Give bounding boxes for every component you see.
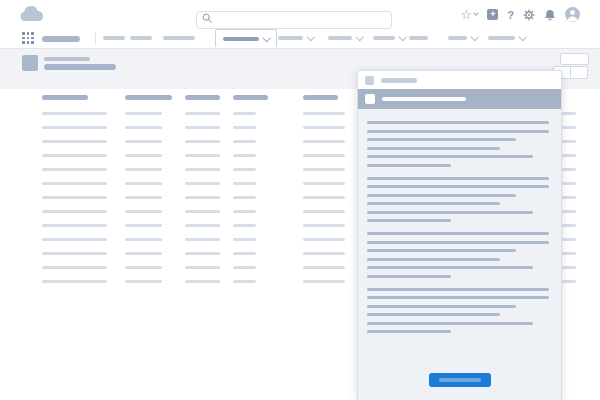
cell-placeholder (303, 266, 345, 269)
text-line-placeholder (367, 194, 516, 197)
cell-placeholder (42, 280, 107, 283)
cell-placeholder (303, 154, 345, 157)
cell-placeholder (233, 168, 256, 171)
cell-placeholder (562, 112, 576, 115)
cell-placeholder (125, 238, 162, 241)
paragraph-placeholder (367, 232, 549, 278)
cell-placeholder (42, 210, 107, 213)
nav-icon-group: ☆ + ? (460, 0, 580, 29)
text-line-placeholder (367, 241, 549, 244)
cloud-logo-icon (17, 6, 47, 24)
text-line-placeholder (367, 202, 500, 205)
tab-strip (0, 29, 600, 48)
text-line-placeholder (367, 177, 549, 180)
tab-item[interactable] (328, 36, 363, 40)
cell-placeholder (42, 182, 107, 185)
tab-item[interactable] (130, 36, 152, 40)
user-avatar[interactable] (565, 7, 580, 22)
header-group-button-right[interactable] (570, 66, 588, 79)
tab-label-placeholder (130, 36, 152, 40)
tab-label-placeholder (163, 36, 195, 40)
text-line-placeholder (367, 266, 533, 269)
cell-placeholder (562, 126, 576, 129)
cell-placeholder (562, 210, 576, 213)
popup-header-icon (365, 76, 374, 85)
cell-placeholder (303, 280, 345, 283)
text-line-placeholder (367, 185, 549, 188)
global-search (196, 9, 392, 27)
column-header-placeholder[interactable] (303, 95, 338, 100)
column-header-placeholder[interactable] (125, 95, 172, 100)
text-line-placeholder (367, 330, 451, 333)
cell-placeholder (125, 210, 162, 213)
popup-body (358, 109, 561, 371)
text-line-placeholder (367, 138, 516, 141)
chevron-down-icon (519, 33, 527, 41)
column-header-placeholder[interactable] (185, 95, 220, 100)
cell-placeholder (562, 168, 576, 171)
tab-item[interactable] (488, 36, 526, 40)
cell-placeholder (303, 140, 345, 143)
text-line-placeholder (367, 147, 500, 150)
cell-placeholder (125, 126, 162, 129)
cell-placeholder (562, 196, 576, 199)
cell-placeholder (185, 168, 220, 171)
tab-item-selected[interactable] (215, 29, 277, 47)
text-line-placeholder (367, 249, 516, 252)
favorites-star-icon[interactable]: ☆ (460, 8, 478, 21)
popup-header[interactable] (358, 71, 561, 89)
popup-selected-item[interactable] (358, 89, 561, 109)
popup-item-title-placeholder (382, 97, 466, 101)
text-line-placeholder (367, 121, 549, 124)
cell-placeholder (185, 112, 220, 115)
setup-gear-icon[interactable] (523, 9, 535, 21)
chevron-down-icon (471, 33, 479, 41)
header-action-button[interactable] (560, 53, 589, 65)
tab-item[interactable] (278, 36, 314, 40)
text-line-placeholder (367, 322, 533, 325)
cell-placeholder (233, 252, 256, 255)
cell-placeholder (185, 126, 220, 129)
tab-item[interactable] (448, 36, 478, 40)
cell-placeholder (562, 252, 576, 255)
search-input[interactable] (196, 11, 392, 29)
tab-item[interactable] (103, 36, 125, 40)
help-icon[interactable]: ? (507, 9, 514, 21)
cell-placeholder (303, 126, 345, 129)
cell-placeholder (562, 154, 576, 157)
tab-item[interactable] (163, 36, 195, 40)
cell-placeholder (233, 210, 256, 213)
text-line-placeholder (367, 288, 549, 291)
text-line-placeholder (367, 305, 516, 308)
tab-label-placeholder (488, 36, 515, 40)
tab-label-placeholder (223, 37, 259, 41)
tab-item[interactable] (409, 36, 428, 40)
text-line-placeholder (367, 313, 500, 316)
search-icon (202, 13, 212, 23)
cell-placeholder (42, 168, 107, 171)
cell-placeholder (185, 140, 220, 143)
tab-item[interactable] (373, 36, 406, 40)
cell-placeholder (233, 126, 256, 129)
paragraph-placeholder (367, 288, 549, 334)
cell-placeholder (303, 252, 345, 255)
cell-placeholder (233, 182, 256, 185)
paragraph-placeholder (367, 177, 549, 223)
cell-placeholder (125, 280, 162, 283)
text-line-placeholder (367, 164, 451, 167)
cell-placeholder (42, 224, 107, 227)
global-actions-icon[interactable]: + (487, 9, 498, 20)
app-window: ☆ + ? (0, 0, 600, 400)
cell-placeholder (562, 238, 576, 241)
column-header-placeholder[interactable] (42, 95, 88, 100)
notifications-bell-icon[interactable] (544, 9, 556, 21)
cell-placeholder (562, 266, 576, 269)
cell-placeholder (233, 280, 256, 283)
cell-placeholder (303, 182, 345, 185)
column-header-placeholder[interactable] (233, 95, 268, 100)
button-label-placeholder (439, 378, 481, 382)
text-line-placeholder (367, 211, 533, 214)
cell-placeholder (42, 252, 107, 255)
chevron-down-icon (307, 33, 315, 41)
primary-action-button[interactable] (429, 373, 491, 387)
